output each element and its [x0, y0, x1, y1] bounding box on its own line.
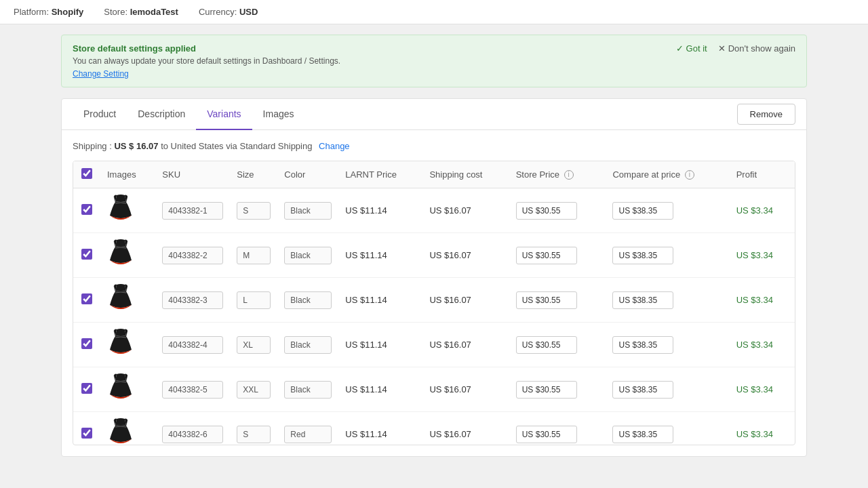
currency-info: Currency: USD: [199, 7, 258, 17]
compare-price-input-5[interactable]: [612, 381, 673, 399]
row-image-5: [100, 367, 155, 412]
dont-show-button[interactable]: ✕ Don't show again: [718, 43, 795, 54]
row-compare-price-cell-5: [606, 367, 729, 412]
row-store-price-cell-1: [509, 188, 606, 233]
row-color-1: [277, 188, 338, 233]
header-compare-at-price: Compare at price i: [606, 161, 729, 188]
store-price-input-6[interactable]: [516, 426, 577, 443]
row-checkbox-cell: [73, 233, 100, 278]
notice-title: Store default settings applied: [73, 43, 340, 54]
color-input-2[interactable]: [284, 247, 332, 264]
sku-input-4[interactable]: [162, 336, 223, 354]
row-shipping-cost-2: US $16.07: [422, 233, 509, 278]
row-image-6: [100, 412, 155, 446]
row-shipping-cost-3: US $16.07: [422, 278, 509, 323]
store-price-input-5[interactable]: [516, 381, 577, 399]
main-container: Store default settings applied You can a…: [47, 35, 821, 457]
row-larnt-price-4: US $11.14: [338, 323, 422, 367]
row-store-price-cell-6: [509, 412, 606, 446]
sku-input-2[interactable]: [162, 247, 223, 264]
row-profit-1: US $3.34: [730, 188, 795, 233]
product-card: Product Description Variants Images Remo…: [61, 98, 807, 457]
row-checkbox-6[interactable]: [81, 428, 92, 439]
color-input-3[interactable]: [284, 291, 332, 309]
tab-variants[interactable]: Variants: [196, 99, 252, 130]
color-input-6[interactable]: [284, 426, 332, 443]
tab-product[interactable]: Product: [73, 99, 127, 130]
row-image-3: [100, 278, 155, 323]
change-setting-link[interactable]: Change Setting: [73, 69, 129, 79]
size-input-5[interactable]: [237, 381, 271, 399]
compare-price-input-4[interactable]: [612, 336, 673, 354]
tab-description[interactable]: Description: [127, 99, 196, 130]
compare-price-input-2[interactable]: [612, 247, 673, 264]
row-store-price-cell-3: [509, 278, 606, 323]
row-checkbox-2[interactable]: [81, 249, 92, 260]
row-larnt-price-3: US $11.14: [338, 278, 422, 323]
row-size-4: [230, 323, 277, 367]
header-checkbox-cell: [73, 161, 100, 188]
header-images: Images: [100, 161, 155, 188]
compare-price-info-icon: i: [685, 170, 694, 180]
row-image-4: [100, 323, 155, 367]
notice-banner: Store default settings applied You can a…: [61, 35, 807, 87]
store-price-input-2[interactable]: [516, 247, 577, 264]
store-price-input-3[interactable]: [516, 291, 577, 309]
row-profit-4: US $3.34: [730, 323, 795, 367]
size-input-6[interactable]: [237, 426, 271, 443]
row-color-5: [277, 367, 338, 412]
got-it-button[interactable]: ✓ Got it: [676, 43, 707, 54]
row-checkbox-3[interactable]: [81, 293, 92, 304]
store-price-input-4[interactable]: [516, 336, 577, 354]
size-input-2[interactable]: [237, 247, 271, 264]
row-color-6: [277, 412, 338, 446]
row-compare-price-cell-2: [606, 233, 729, 278]
size-input-1[interactable]: [237, 202, 271, 220]
row-compare-price-cell-1: [606, 188, 729, 233]
sku-input-6[interactable]: [162, 426, 223, 443]
row-store-price-cell-2: [509, 233, 606, 278]
row-profit-6: US $3.34: [730, 412, 795, 446]
color-input-5[interactable]: [284, 381, 332, 399]
row-size-3: [230, 278, 277, 323]
compare-price-input-1[interactable]: [612, 202, 673, 220]
compare-price-input-6[interactable]: [612, 426, 673, 443]
shipping-change-link[interactable]: Change: [319, 141, 350, 151]
table-header-row: Images SKU Size Color LARNT Price Shippi…: [73, 161, 795, 188]
variants-table: Images SKU Size Color LARNT Price Shippi…: [73, 161, 795, 445]
color-input-1[interactable]: [284, 202, 332, 220]
notice-body: You can always update your store default…: [73, 56, 340, 66]
row-larnt-price-1: US $11.14: [338, 188, 422, 233]
row-checkbox-5[interactable]: [81, 383, 92, 394]
tab-images[interactable]: Images: [252, 99, 305, 130]
size-input-3[interactable]: [237, 291, 271, 309]
select-all-checkbox[interactable]: [81, 168, 92, 179]
sku-input-1[interactable]: [162, 202, 223, 220]
row-sku-4: [155, 323, 230, 367]
header-sku: SKU: [155, 161, 230, 188]
color-input-4[interactable]: [284, 336, 332, 354]
row-profit-3: US $3.34: [730, 278, 795, 323]
row-sku-5: [155, 367, 230, 412]
row-larnt-price-5: US $11.14: [338, 367, 422, 412]
store-price-input-1[interactable]: [516, 202, 577, 220]
sku-input-5[interactable]: [162, 381, 223, 399]
sku-input-3[interactable]: [162, 291, 223, 309]
row-profit-5: US $3.34: [730, 367, 795, 412]
size-input-4[interactable]: [237, 336, 271, 354]
notice-actions: ✓ Got it ✕ Don't show again: [676, 43, 795, 54]
header-color: Color: [277, 161, 338, 188]
row-checkbox-1[interactable]: [81, 204, 92, 215]
variants-table-wrapper: Images SKU Size Color LARNT Price Shippi…: [73, 161, 795, 445]
row-profit-2: US $3.34: [730, 233, 795, 278]
compare-price-input-3[interactable]: [612, 291, 673, 309]
row-shipping-cost-1: US $16.07: [422, 188, 509, 233]
row-checkbox-4[interactable]: [81, 338, 92, 349]
table-row: US $11.14 US $16.07 US $3.34: [73, 367, 795, 412]
row-image-2: [100, 233, 155, 278]
row-checkbox-cell: [73, 367, 100, 412]
shipping-info: Shipping : US $ 16.07 to United States v…: [73, 141, 795, 151]
row-shipping-cost-5: US $16.07: [422, 367, 509, 412]
close-icon: ✕: [718, 43, 726, 54]
remove-button[interactable]: Remove: [737, 104, 795, 125]
